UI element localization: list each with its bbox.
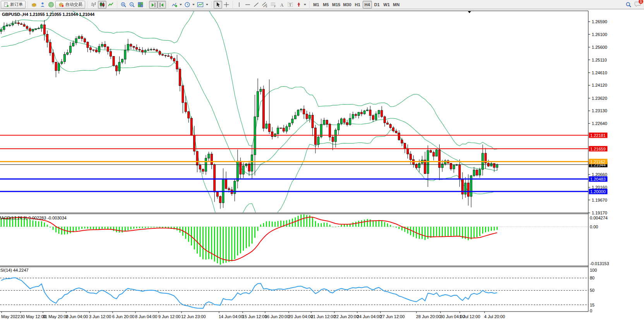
equidistant-channel-button[interactable]: E bbox=[260, 1, 269, 9]
zoom-in-button[interactable] bbox=[119, 1, 128, 9]
line-chart-button[interactable] bbox=[106, 1, 115, 9]
search-icon bbox=[625, 2, 632, 8]
indicators-button[interactable] bbox=[170, 1, 183, 9]
time-axis-label: 28 Jun 20:00 bbox=[416, 314, 441, 319]
vertical-line-button[interactable] bbox=[235, 1, 243, 9]
macd-label: MACD(12,26,9) 0.002283 -0.003034 bbox=[0, 216, 67, 220]
price-tick-label: 1.26590 bbox=[592, 19, 607, 24]
svg-text:A: A bbox=[280, 2, 284, 7]
cursor-icon bbox=[215, 2, 221, 8]
timeframe-m15-button[interactable]: M15 bbox=[331, 1, 341, 9]
price-level-chip-label: 1.21659 bbox=[590, 147, 606, 151]
chart-shift-button[interactable] bbox=[158, 1, 166, 9]
chart-canvas[interactable]: GBPUSD-,H4 1.21055 1.21055 1.21044 1.210… bbox=[0, 0, 644, 322]
vertical-line-icon bbox=[236, 2, 242, 8]
rsi-axis-label: 50 bbox=[590, 288, 594, 293]
periods-clock-icon bbox=[184, 2, 190, 8]
price-tick-label: 1.19170 bbox=[592, 211, 607, 215]
timeframe-h1-button[interactable]: H1 bbox=[353, 1, 362, 9]
candlestick-chart-icon bbox=[99, 2, 105, 8]
toolbar-separator bbox=[116, 1, 118, 8]
time-axis-label: 22 Jun 20:00 bbox=[334, 314, 359, 319]
timeframe-mn-button[interactable]: MN bbox=[392, 1, 401, 9]
templates-button[interactable] bbox=[196, 1, 209, 9]
dropdown-caret-icon bbox=[206, 4, 208, 5]
rsi-axis-label: 80 bbox=[590, 276, 594, 280]
price-tick-label: 1.19670 bbox=[592, 198, 607, 202]
bar-chart-button[interactable] bbox=[89, 1, 98, 9]
indicators-icon bbox=[171, 2, 178, 8]
price-tick-label: 1.23130 bbox=[592, 108, 607, 113]
timeframe-group: M1M5M15M30H1H4D1W1MN bbox=[312, 1, 401, 9]
crosshair-button[interactable] bbox=[222, 1, 231, 9]
main-panel bbox=[0, 3, 498, 233]
price-level-chip-label: 1.21162 bbox=[590, 159, 605, 164]
time-axis-label: 6 Jun 20:00 bbox=[112, 314, 135, 319]
price-level-chip-label: 1.20000 bbox=[590, 189, 606, 194]
time-axis-label: 21 Jun 12:00 bbox=[311, 314, 336, 319]
templates-icon bbox=[197, 2, 204, 8]
price-tick-label: 1.22640 bbox=[592, 121, 607, 126]
auto-trading-icon bbox=[58, 2, 64, 8]
price-tick-label: 1.25600 bbox=[592, 45, 607, 50]
trendline-icon bbox=[253, 2, 259, 8]
text-label-icon: T bbox=[287, 2, 293, 8]
timeframe-m5-button[interactable]: M5 bbox=[321, 1, 331, 9]
time-axis-label: 4 Jul 20:00 bbox=[484, 314, 505, 319]
time-axis-label: 27 Jun 12:00 bbox=[380, 314, 405, 319]
toolbar-separator bbox=[146, 1, 148, 8]
time-axis-label: 3 Jun 12:00 bbox=[89, 314, 111, 319]
bollinger-bands bbox=[1, 3, 497, 233]
arrows-button[interactable] bbox=[295, 1, 307, 9]
timeframe-h4-button[interactable]: H4 bbox=[363, 1, 372, 9]
toolbar-separator bbox=[232, 1, 234, 8]
notification-badge: 1 bbox=[639, 0, 643, 4]
toolbar-separator bbox=[211, 1, 212, 8]
text-icon: A bbox=[279, 2, 285, 8]
time-axis: May 202230 May 12:0031 May 20:002 Jun 04… bbox=[1, 312, 505, 319]
shift-marker-icon bbox=[468, 11, 471, 13]
price-tick-label: 1.24610 bbox=[592, 70, 607, 75]
auto-trading-button[interactable]: 自动交易 bbox=[55, 1, 85, 9]
svg-text:F: F bbox=[274, 5, 276, 8]
time-axis-label: 16 Jun 20:00 bbox=[265, 314, 289, 319]
search-button[interactable] bbox=[624, 1, 633, 9]
arrows-icon bbox=[296, 2, 302, 8]
toolbar-separator bbox=[27, 1, 29, 8]
navigator-button[interactable] bbox=[38, 1, 47, 9]
cursor-button[interactable] bbox=[214, 1, 222, 9]
quotes-button[interactable] bbox=[30, 1, 38, 9]
chart-shift-icon bbox=[159, 2, 165, 8]
timeframe-w1-button[interactable]: W1 bbox=[382, 1, 391, 9]
trendline-button[interactable] bbox=[252, 1, 260, 9]
timeframe-d1-button[interactable]: D1 bbox=[372, 1, 382, 9]
toolbar: 新订单 自动交易 bbox=[0, 0, 644, 9]
rsi-axis-label: 0 bbox=[590, 308, 592, 313]
price-level-chip-label: 1.22181 bbox=[590, 133, 606, 138]
tile-windows-button[interactable] bbox=[136, 1, 145, 9]
new-order-button[interactable]: 新订单 bbox=[1, 1, 26, 9]
time-axis-label: 31 May 20:00 bbox=[43, 314, 69, 319]
fibonacci-button[interactable]: F bbox=[269, 1, 277, 9]
toolbar-separator bbox=[167, 1, 169, 8]
dropdown-caret-icon bbox=[192, 4, 195, 5]
time-axis-label: 1 Jul 12:00 bbox=[459, 314, 480, 319]
horizontal-line-button[interactable] bbox=[243, 1, 252, 9]
price-level-chip-label: 1.20483 bbox=[590, 177, 606, 182]
new-order-icon bbox=[3, 2, 9, 7]
candlestick-chart-button[interactable] bbox=[98, 1, 106, 9]
auto-scroll-button[interactable] bbox=[149, 1, 158, 9]
macd-axis-label: 0.004274 bbox=[590, 216, 608, 220]
signals-button[interactable] bbox=[47, 1, 55, 9]
text-button[interactable]: A bbox=[277, 1, 286, 9]
timeframe-m30-button[interactable]: M30 bbox=[342, 1, 352, 9]
time-axis-label: 9 Jun 12:00 bbox=[158, 314, 181, 319]
periods-button[interactable] bbox=[183, 1, 196, 9]
zoom-out-button[interactable] bbox=[128, 1, 136, 9]
time-axis-label: 12 Jun 23:00 bbox=[181, 314, 206, 319]
timeframe-m1-button[interactable]: M1 bbox=[312, 1, 321, 9]
time-axis-label: 2 Jun 04:00 bbox=[66, 314, 88, 319]
chart-title: GBPUSD-,H4 1.21055 1.21055 1.21044 1.210… bbox=[2, 12, 95, 17]
notifications-button[interactable]: 1 bbox=[634, 1, 641, 9]
text-label-button[interactable]: T bbox=[286, 1, 295, 9]
